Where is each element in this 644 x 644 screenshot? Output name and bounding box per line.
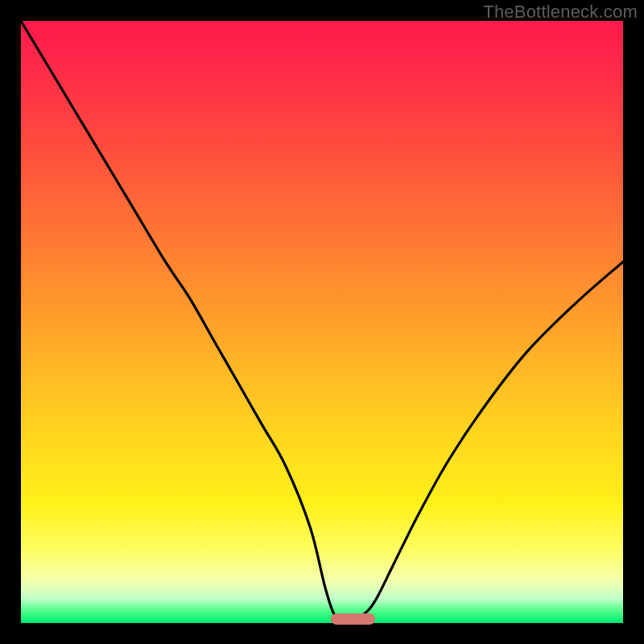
chart-frame: TheBottleneck.com — [0, 0, 644, 644]
bottleneck-curve — [21, 21, 623, 623]
watermark-text: TheBottleneck.com — [483, 2, 638, 23]
minimum-marker — [331, 613, 375, 625]
plot-area — [21, 21, 623, 623]
